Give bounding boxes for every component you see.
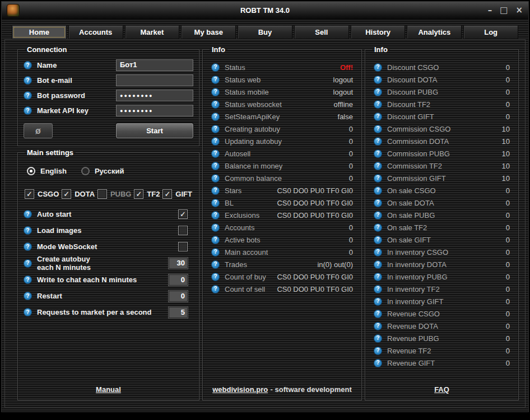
help-icon[interactable]: ? xyxy=(211,125,220,133)
help-icon[interactable]: ? xyxy=(211,137,220,146)
tab[interactable]: My base xyxy=(181,25,236,39)
number-input[interactable]: 30 xyxy=(169,258,188,269)
tab[interactable]: Accounts xyxy=(68,25,123,39)
help-icon[interactable]: ? xyxy=(211,223,220,232)
help-icon[interactable]: ? xyxy=(24,226,32,235)
tab[interactable]: Log xyxy=(463,25,518,39)
help-icon[interactable]: ? xyxy=(211,186,220,195)
help-icon[interactable]: ? xyxy=(24,242,32,251)
info-row-value: 0 xyxy=(506,359,510,367)
help-icon[interactable]: ? xyxy=(374,63,382,72)
help-icon[interactable]: ? xyxy=(211,162,220,170)
manual-link[interactable]: Manual xyxy=(96,385,121,394)
faq-link[interactable]: FAQ xyxy=(434,385,449,394)
help-icon[interactable]: ? xyxy=(211,236,220,244)
show-password-button[interactable]: ø xyxy=(24,123,53,138)
language-radio-option[interactable]: English xyxy=(27,167,67,175)
help-icon[interactable]: ? xyxy=(211,113,220,121)
help-icon[interactable]: ? xyxy=(374,174,382,183)
number-input[interactable]: 5 xyxy=(169,307,188,318)
tab[interactable]: History xyxy=(351,25,406,39)
checkbox-icon[interactable]: ✓ xyxy=(178,242,188,251)
tab[interactable]: Analytics xyxy=(407,25,462,39)
checkbox-icon[interactable]: ✓ xyxy=(178,209,188,219)
tab[interactable]: Buy xyxy=(238,25,292,39)
checkbox-icon[interactable]: ✓ xyxy=(97,189,107,199)
tab[interactable]: Sell xyxy=(294,25,349,39)
checkbox-icon[interactable]: ✓ xyxy=(25,189,34,199)
help-icon[interactable]: ? xyxy=(211,63,220,72)
radio-icon[interactable] xyxy=(27,167,35,175)
help-icon[interactable]: ? xyxy=(374,88,382,96)
help-icon[interactable]: ? xyxy=(211,285,220,293)
help-icon[interactable]: ? xyxy=(374,199,382,207)
help-icon[interactable]: ? xyxy=(211,88,220,96)
tab[interactable]: Market xyxy=(125,25,180,39)
game-checkbox-option[interactable]: ✓ CSGO xyxy=(25,189,59,199)
help-icon[interactable]: ? xyxy=(211,248,220,256)
text-input[interactable] xyxy=(116,74,193,86)
help-icon[interactable]: ? xyxy=(24,276,32,284)
info-row: ? In inventory PUBG 0 xyxy=(371,270,513,283)
help-icon[interactable]: ? xyxy=(24,259,32,268)
help-icon[interactable]: ? xyxy=(24,292,32,300)
help-icon[interactable]: ? xyxy=(374,150,382,158)
help-icon[interactable]: ? xyxy=(374,223,382,232)
game-checkbox-option[interactable]: ✓ GIFT xyxy=(162,189,192,199)
help-icon[interactable]: ? xyxy=(374,100,382,109)
webdivision-link[interactable]: webdivision.pro xyxy=(212,385,268,394)
help-icon[interactable]: ? xyxy=(211,150,220,158)
checkbox-icon[interactable]: ✓ xyxy=(134,189,143,199)
help-icon[interactable]: ? xyxy=(24,106,32,115)
help-icon[interactable]: ? xyxy=(24,61,32,69)
text-input[interactable]: ●●●●●●●● xyxy=(116,90,193,101)
tab-label: Analytics xyxy=(418,28,450,36)
help-icon[interactable]: ? xyxy=(24,308,32,316)
help-icon[interactable]: ? xyxy=(374,113,382,121)
help-icon[interactable]: ? xyxy=(374,310,382,318)
checkbox-icon[interactable]: ✓ xyxy=(62,189,71,199)
checkbox-icon[interactable]: ✓ xyxy=(162,189,172,199)
text-input[interactable]: Бот1 xyxy=(116,59,193,71)
help-icon[interactable]: ? xyxy=(24,76,32,85)
help-icon[interactable]: ? xyxy=(24,91,32,100)
help-icon[interactable]: ? xyxy=(374,359,382,367)
number-input[interactable]: 0 xyxy=(169,274,188,286)
text-input[interactable]: ●●●●●●●● xyxy=(116,105,193,116)
help-icon[interactable]: ? xyxy=(374,76,382,84)
help-icon[interactable]: ? xyxy=(211,260,220,269)
help-icon[interactable]: ? xyxy=(374,248,382,256)
tab[interactable]: Home xyxy=(12,25,67,39)
help-icon[interactable]: ? xyxy=(211,273,220,281)
help-icon[interactable]: ? xyxy=(374,186,382,195)
help-icon[interactable]: ? xyxy=(374,125,382,133)
help-icon[interactable]: ? xyxy=(374,137,382,146)
help-icon[interactable]: ? xyxy=(211,100,220,109)
help-icon[interactable]: ? xyxy=(374,322,382,330)
help-icon[interactable]: ? xyxy=(374,273,382,281)
help-icon[interactable]: ? xyxy=(374,297,382,306)
help-icon[interactable]: ? xyxy=(374,236,382,244)
help-icon[interactable]: ? xyxy=(374,347,382,355)
help-icon[interactable]: ? xyxy=(211,211,220,220)
help-icon[interactable]: ? xyxy=(211,199,220,207)
game-checkbox-option[interactable]: ✓ DOTA xyxy=(62,189,95,199)
help-icon[interactable]: ? xyxy=(211,76,220,84)
language-radio-option[interactable]: Русский xyxy=(81,167,124,175)
help-icon[interactable]: ? xyxy=(24,210,32,218)
radio-icon[interactable] xyxy=(81,167,90,175)
game-checkbox-option[interactable]: ✓ PUBG xyxy=(97,189,132,199)
help-icon[interactable]: ? xyxy=(211,174,220,183)
help-icon[interactable]: ? xyxy=(374,211,382,220)
help-icon[interactable]: ? xyxy=(374,162,382,170)
start-button[interactable]: Start xyxy=(116,123,193,138)
checkbox-icon[interactable]: ✓ xyxy=(178,226,188,235)
number-input[interactable]: 0 xyxy=(169,291,188,302)
close-icon[interactable]: × xyxy=(515,3,523,17)
minimize-icon[interactable]: – xyxy=(488,3,492,17)
game-checkbox-option[interactable]: ✓ TF2 xyxy=(134,189,160,199)
maximize-icon[interactable]: □ xyxy=(500,3,508,17)
help-icon[interactable]: ? xyxy=(374,285,382,293)
help-icon[interactable]: ? xyxy=(374,260,382,269)
help-icon[interactable]: ? xyxy=(374,334,382,343)
